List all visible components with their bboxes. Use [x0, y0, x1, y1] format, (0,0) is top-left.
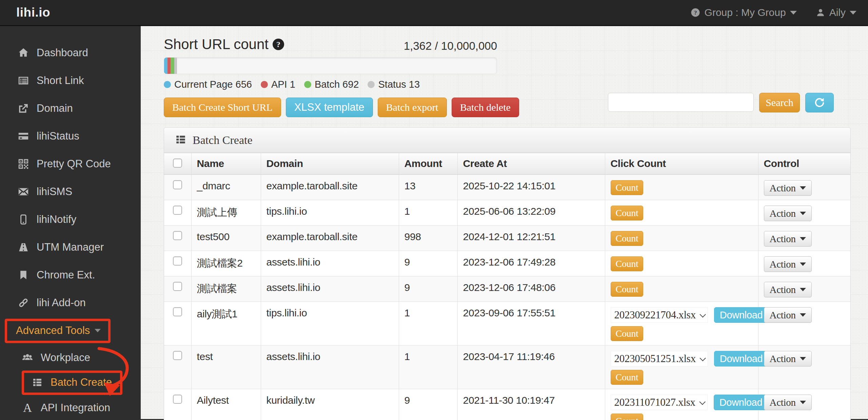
- usage-count: 1,362 / 10,000,000: [404, 40, 497, 52]
- page-title: Short URL count ?: [164, 36, 284, 52]
- sidebar-item-dashboard[interactable]: Dashboard: [0, 39, 141, 67]
- list-icon: [29, 377, 45, 388]
- user-menu-label: Aily: [829, 7, 846, 18]
- caret-down-icon: [800, 237, 806, 240]
- count-button[interactable]: Count: [611, 180, 644, 195]
- download-button[interactable]: Download: [714, 351, 769, 366]
- chevron-down-icon: [790, 11, 797, 15]
- search-button[interactable]: Search: [759, 93, 800, 112]
- sidebar: Dashboard Short Link Domain lihiStatus P…: [0, 26, 141, 419]
- table-row: test500 example.taroball.site 998 2024-1…: [164, 226, 850, 251]
- sidebar-item-utm-manager[interactable]: UTM Manager: [0, 233, 141, 261]
- download-button[interactable]: Download: [714, 307, 769, 323]
- count-button[interactable]: Count: [611, 256, 644, 271]
- legend-dot-green: [304, 81, 311, 88]
- app-root: lihi.io ? Group : My Group Aily: [0, 0, 868, 420]
- main-content: Short URL count ? 1,362 / 10,000,000 Cur…: [141, 26, 868, 419]
- cell-domain: kuridaily.tw: [261, 389, 399, 420]
- file-select[interactable]: 202311071027.xlsx: [611, 395, 708, 410]
- credit-card-icon: [16, 130, 31, 142]
- cell-domain: assets.lihi.io: [261, 345, 399, 389]
- action-dropdown-button[interactable]: Action: [764, 180, 812, 196]
- download-button[interactable]: Download: [714, 395, 768, 410]
- chevron-down-icon: [699, 399, 705, 405]
- caret-down-icon: [800, 212, 806, 215]
- sidebar-item-domain[interactable]: Domain: [0, 94, 141, 122]
- batch-toolbar: Batch Create Short URL XLSX template Bat…: [164, 98, 519, 117]
- row-checkbox[interactable]: [173, 282, 182, 291]
- row-checkbox[interactable]: [173, 351, 182, 360]
- qr-code-icon: [16, 158, 31, 170]
- select-all-checkbox[interactable]: [173, 159, 182, 168]
- sidebar-item-lihisms[interactable]: lihiSMS: [0, 178, 141, 206]
- help-icon[interactable]: ?: [273, 39, 284, 50]
- progress-segment-status: [174, 58, 177, 74]
- refresh-button[interactable]: [805, 93, 834, 112]
- action-dropdown-button[interactable]: Action: [764, 351, 812, 366]
- column-header-create-at: Create At: [457, 153, 605, 175]
- action-dropdown-button[interactable]: Action: [764, 282, 812, 297]
- count-button[interactable]: Count: [611, 282, 644, 297]
- row-checkbox[interactable]: [173, 307, 182, 316]
- sidebar-item-pretty-qr-code[interactable]: Pretty QR Code: [0, 150, 141, 178]
- column-header-control: Control: [758, 153, 850, 175]
- cell-name: 測試檔案: [191, 276, 261, 302]
- legend-dot-gray: [368, 81, 375, 88]
- legend-dot-red: [261, 81, 268, 88]
- sidebar-item-short-link[interactable]: Short Link: [0, 67, 141, 94]
- group-menu[interactable]: ? Group : My Group: [690, 7, 797, 18]
- sidebar-item-chrome-ext[interactable]: Chrome Ext.: [0, 261, 141, 289]
- list-card-icon: [16, 75, 31, 86]
- caret-down-icon: [800, 288, 806, 291]
- batch-delete-button[interactable]: Batch delete: [452, 98, 519, 117]
- user-menu[interactable]: Aily: [816, 7, 856, 18]
- xlsx-template-button[interactable]: XLSX template: [286, 98, 373, 117]
- question-circle-icon: ?: [690, 7, 701, 18]
- th-list-icon: [175, 134, 186, 147]
- cell-create-at: 2021-11-30 10:19:47: [457, 389, 605, 420]
- topbar-right: ? Group : My Group Aily: [690, 7, 856, 18]
- table-header-row: Name Domain Amount Create At Click Count…: [164, 153, 850, 175]
- row-checkbox[interactable]: [173, 180, 182, 189]
- batch-export-button[interactable]: Batch export: [378, 98, 447, 117]
- action-dropdown-button[interactable]: Action: [764, 206, 812, 221]
- count-button[interactable]: Count: [611, 326, 644, 341]
- progress-segment-api: [167, 58, 171, 74]
- count-button[interactable]: Count: [611, 231, 644, 246]
- row-checkbox[interactable]: [173, 395, 182, 404]
- legend-item: Current Page 656: [164, 79, 252, 90]
- action-dropdown-button[interactable]: Action: [764, 231, 812, 247]
- svg-text:?: ?: [694, 9, 697, 16]
- chevron-down-icon: [850, 11, 856, 15]
- count-button[interactable]: Count: [611, 414, 644, 420]
- count-button[interactable]: Count: [611, 370, 644, 385]
- cell-create-at: 2025-06-06 13:22:09: [457, 200, 605, 226]
- search-input[interactable]: [608, 93, 754, 112]
- search-group: Search: [608, 93, 834, 112]
- sidebar-item-api-integration[interactable]: A API Integration: [0, 395, 141, 420]
- row-checkbox[interactable]: [173, 256, 182, 266]
- action-dropdown-button[interactable]: Action: [764, 256, 812, 272]
- row-checkbox[interactable]: [173, 206, 182, 215]
- cell-domain: tips.lihi.io: [261, 302, 399, 345]
- brand-logo[interactable]: lihi.io: [16, 5, 50, 20]
- sidebar-item-lihi-add-on[interactable]: lihi Add-on: [0, 289, 141, 317]
- action-dropdown-button[interactable]: Action: [764, 307, 812, 323]
- font-a-icon: A: [20, 401, 35, 415]
- file-select[interactable]: 202309221704.xlsx: [611, 307, 708, 323]
- progress-segment-current-page: [164, 58, 167, 74]
- row-checkbox[interactable]: [173, 231, 182, 240]
- table-row: Ailytest kuridaily.tw 9 2021-11-30 10:19…: [164, 389, 850, 420]
- count-button[interactable]: Count: [611, 206, 644, 220]
- group-menu-label: Group : My Group: [705, 7, 786, 18]
- cell-create-at: 2023-09-06 17:55:51: [457, 302, 605, 345]
- batch-create-short-url-button[interactable]: Batch Create Short URL: [164, 98, 281, 117]
- sidebar-item-lihistatus[interactable]: lihiStatus: [0, 122, 141, 150]
- sidebar-item-lihinotify[interactable]: lihiNotify: [0, 206, 141, 233]
- file-select[interactable]: 202305051251.xlsx: [611, 351, 708, 366]
- table-row: 測試檔案 assets.lihi.io 9 2023-12-06 17:48:0…: [164, 276, 850, 302]
- action-dropdown-button[interactable]: Action: [764, 395, 812, 410]
- caret-down-icon: [800, 357, 806, 360]
- road-icon: [16, 241, 31, 253]
- legend-item: Batch 692: [304, 79, 359, 90]
